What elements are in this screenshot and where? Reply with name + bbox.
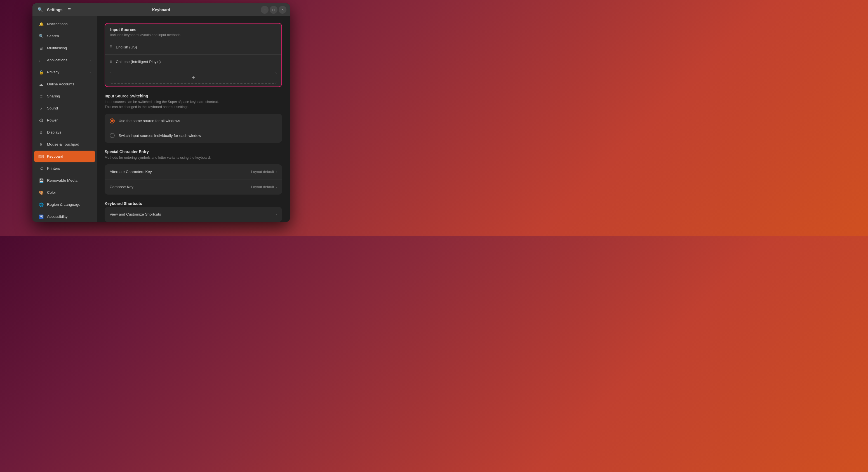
keyboard-shortcuts-section: Keyboard Shortcuts View and Customize Sh…: [104, 201, 282, 222]
sidebar-item-mouse-touchpad[interactable]: 🖱Mouse & Touchpad: [34, 139, 95, 150]
search-icon: 🔍: [39, 34, 44, 39]
window-title: Keyboard: [152, 7, 170, 12]
titlebar-menu-button[interactable]: ☰: [65, 5, 73, 14]
alternate-chars-label: Alternate Characters Key: [110, 170, 251, 174]
sidebar-item-label-displays: Displays: [47, 130, 91, 135]
sidebar-item-keyboard[interactable]: ⌨Keyboard: [34, 151, 95, 163]
sidebar-item-label-keyboard: Keyboard: [47, 154, 91, 158]
titlebar-search-button[interactable]: 🔍: [36, 5, 45, 14]
sidebar-item-power[interactable]: ⏻Power: [34, 115, 95, 126]
compose-key-label: Compose Key: [110, 185, 251, 189]
sidebar-item-label-color: Color: [47, 190, 91, 195]
input-switching-section: Input Source Switching Input sources can…: [104, 94, 282, 143]
sidebar-item-label-region-language: Region & Language: [47, 202, 91, 207]
view-shortcuts-row[interactable]: View and Customize Shortcuts ›: [104, 207, 282, 222]
special-char-card: Alternate Characters Key Layout default …: [104, 164, 282, 195]
sidebar-item-label-power: Power: [47, 118, 91, 122]
sidebar-item-label-sharing: Sharing: [47, 94, 91, 98]
input-sources-desc: Includes keyboard layouts and input meth…: [110, 33, 276, 37]
sound-icon: ♪: [39, 106, 44, 111]
sidebar-item-removable-media[interactable]: 💾Removable Media: [34, 175, 95, 186]
keyboard-shortcuts-card: View and Customize Shortcuts ›: [104, 207, 282, 222]
input-sources-title: Input Sources: [110, 27, 276, 32]
removable-media-icon: 💾: [39, 178, 44, 183]
input-source-chinese-label: Chinese (Intelligent Pinyin): [116, 60, 266, 64]
compose-key-row[interactable]: Compose Key Layout default ›: [104, 179, 282, 195]
sidebar-item-search[interactable]: 🔍Search: [34, 30, 95, 42]
color-icon: 🎨: [39, 190, 44, 195]
chinese-options-button[interactable]: ⋮: [269, 58, 277, 65]
radio-same-source[interactable]: Use the same source for all windows: [104, 114, 282, 128]
power-icon: ⏻: [39, 118, 44, 123]
sidebar-item-sharing[interactable]: ⊂Sharing: [34, 90, 95, 102]
sharing-icon: ⊂: [39, 94, 44, 99]
keyboard-icon: ⌨: [39, 154, 44, 159]
chevron-right-icon: ›: [90, 70, 91, 74]
sidebar-item-label-removable-media: Removable Media: [47, 178, 91, 182]
sidebar-item-color[interactable]: 🎨Color: [34, 187, 95, 199]
settings-window: 🔍 Settings ☰ Keyboard − □ × 🔔Notificatio…: [32, 3, 290, 222]
sidebar-item-online-accounts[interactable]: ☁Online Accounts: [34, 79, 95, 90]
sidebar: 🔔Notifications🔍Search⊞Multitasking⋮⋮Appl…: [32, 16, 97, 222]
sidebar-item-label-multitasking: Multitasking: [47, 46, 91, 50]
privacy-icon: 🔒: [39, 70, 44, 75]
titlebar: 🔍 Settings ☰ Keyboard − □ ×: [32, 3, 290, 16]
special-char-section: Special Character Entry Methods for ente…: [104, 149, 282, 195]
input-sources-section: Input Sources Includes keyboard layouts …: [104, 23, 282, 87]
window-body: 🔔Notifications🔍Search⊞Multitasking⋮⋮Appl…: [32, 16, 290, 222]
sidebar-item-notifications[interactable]: 🔔Notifications: [34, 18, 95, 30]
maximize-button[interactable]: □: [270, 6, 278, 14]
plus-icon: +: [192, 75, 195, 81]
sidebar-item-multitasking[interactable]: ⊞Multitasking: [34, 42, 95, 54]
sidebar-item-label-notifications: Notifications: [47, 22, 91, 26]
sidebar-item-privacy[interactable]: 🔒Privacy›: [34, 66, 95, 78]
input-switching-desc: Input sources can be switched using the …: [104, 99, 282, 110]
view-shortcuts-chevron-icon: ›: [276, 212, 277, 217]
search-icon: 🔍: [37, 7, 43, 12]
sidebar-item-label-applications: Applications: [47, 58, 86, 62]
sidebar-item-label-mouse-touchpad: Mouse & Touchpad: [47, 142, 91, 146]
add-input-source-button[interactable]: +: [110, 72, 277, 84]
input-sources-header: Input Sources Includes keyboard layouts …: [105, 24, 281, 40]
applications-icon: ⋮⋮: [39, 58, 44, 63]
chevron-right-icon: ›: [90, 59, 91, 62]
sidebar-item-label-accessibility: Accessibility: [47, 214, 91, 219]
online-accounts-icon: ☁: [39, 82, 44, 87]
alternate-chars-value: Layout default: [251, 170, 274, 174]
sidebar-item-applications[interactable]: ⋮⋮Applications›: [34, 54, 95, 66]
minimize-button[interactable]: −: [261, 6, 269, 14]
input-source-english: ⠿ English (US) ⋮: [105, 40, 281, 54]
alternate-chars-row[interactable]: Alternate Characters Key Layout default …: [104, 164, 282, 179]
radio-individual-source[interactable]: Switch input sources individually for ea…: [104, 128, 282, 143]
radio-individual-source-label: Switch input sources individually for ea…: [119, 134, 201, 138]
sidebar-item-label-privacy: Privacy: [47, 70, 86, 74]
sidebar-item-label-online-accounts: Online Accounts: [47, 82, 91, 86]
sidebar-item-label-search: Search: [47, 34, 91, 38]
region-language-icon: 🌐: [39, 202, 44, 207]
multitasking-icon: ⊞: [39, 46, 44, 51]
close-button[interactable]: ×: [279, 6, 286, 14]
drag-handle-icon: ⠿: [110, 59, 113, 64]
sidebar-item-accessibility[interactable]: ♿Accessibility: [34, 211, 95, 222]
titlebar-left: 🔍 Settings ☰: [36, 5, 73, 14]
sidebar-item-label-sound: Sound: [47, 106, 91, 110]
sidebar-item-printers[interactable]: 🖨Printers: [34, 163, 95, 174]
view-shortcuts-label: View and Customize Shortcuts: [110, 212, 276, 216]
keyboard-shortcuts-title: Keyboard Shortcuts: [104, 201, 282, 206]
alternate-chars-chevron-icon: ›: [276, 169, 277, 174]
input-switching-options: Use the same source for all windows Swit…: [104, 114, 282, 143]
titlebar-controls: − □ ×: [261, 6, 286, 14]
radio-same-source-label: Use the same source for all windows: [119, 119, 180, 123]
special-char-title: Special Character Entry: [104, 149, 282, 154]
radio-same-source-indicator: [110, 118, 115, 123]
sidebar-item-label-printers: Printers: [47, 166, 91, 171]
menu-icon: ☰: [67, 7, 71, 12]
english-options-button[interactable]: ⋮: [269, 43, 277, 51]
sidebar-item-displays[interactable]: 🖥Displays: [34, 126, 95, 138]
sidebar-item-sound[interactable]: ♪Sound: [34, 102, 95, 114]
mouse-touchpad-icon: 🖱: [39, 142, 44, 147]
sidebar-item-region-language[interactable]: 🌐Region & Language: [34, 199, 95, 210]
notifications-icon: 🔔: [39, 22, 44, 27]
compose-key-value: Layout default: [251, 185, 274, 189]
compose-key-chevron-icon: ›: [276, 185, 277, 189]
